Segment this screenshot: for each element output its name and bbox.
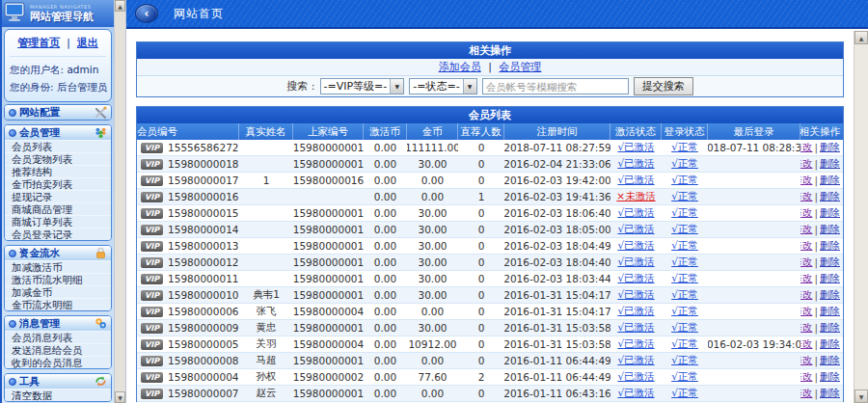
section-header[interactable]: 资金流水 <box>5 246 111 260</box>
sidebar-item[interactable]: 会员宠物列表 <box>5 152 111 165</box>
delete-link[interactable]: 删除 <box>820 288 840 302</box>
sidebar-item[interactable]: 提现记录 <box>5 190 111 202</box>
sidebar-item[interactable]: 会员消息列表 <box>5 331 111 343</box>
login-status-link[interactable]: √正常 <box>671 157 698 171</box>
scroll-down-icon[interactable]: ▼ <box>854 390 868 403</box>
edit-link[interactable]: 修改 <box>800 305 812 318</box>
login-status-link[interactable]: √正常 <box>671 272 698 285</box>
login-status-link[interactable]: √正常 <box>671 354 698 367</box>
sidebar-item[interactable]: 清空数据 <box>5 389 111 401</box>
delete-link[interactable]: 删除 <box>820 272 840 285</box>
login-status-link[interactable]: √正常 <box>671 288 698 302</box>
admin-home-link[interactable]: 管理首页 <box>17 37 60 49</box>
activation-status-link[interactable]: √已激活 <box>617 255 654 269</box>
submit-search-button[interactable]: 提交搜索 <box>634 77 693 95</box>
activation-status-link[interactable]: √已激活 <box>617 206 654 220</box>
activation-status-link[interactable]: √已激活 <box>617 305 654 318</box>
activation-status-link[interactable]: √已激活 <box>617 239 654 253</box>
status-select[interactable]: -=状态=- ▼ <box>409 78 476 94</box>
login-status-link[interactable]: √正常 <box>671 370 698 384</box>
activation-status-link[interactable]: √已激活 <box>617 272 654 285</box>
section-header[interactable]: 会员管理 <box>5 125 111 140</box>
delete-link[interactable]: 删除 <box>820 321 840 335</box>
edit-link[interactable]: 修改 <box>800 272 812 285</box>
sidebar-scrollbar[interactable]: ▲ ▼ <box>114 0 126 403</box>
edit-link[interactable]: 修改 <box>800 288 812 302</box>
activation-status-link[interactable]: √已激活 <box>617 288 654 302</box>
edit-link[interactable]: 修改 <box>800 157 812 171</box>
activation-status-link[interactable]: √已激活 <box>617 157 654 171</box>
sidebar-item[interactable]: 商城订单列表 <box>5 215 111 228</box>
sidebar-item[interactable]: 金币流水明细 <box>5 298 111 310</box>
activation-status-link[interactable]: √已激活 <box>617 337 654 351</box>
delete-link[interactable]: 删除 <box>820 354 840 367</box>
activation-status-link[interactable]: √已激活 <box>617 174 654 187</box>
scroll-down-icon[interactable]: ▼ <box>115 391 125 403</box>
login-status-link[interactable]: √正常 <box>671 190 698 203</box>
login-status-link[interactable]: √正常 <box>671 255 698 269</box>
edit-link[interactable]: 修改 <box>800 190 812 203</box>
login-status-link[interactable]: √正常 <box>671 174 698 187</box>
edit-link[interactable]: 修改 <box>800 321 812 335</box>
sidebar-item[interactable]: 金币拍卖列表 <box>5 177 111 190</box>
edit-link[interactable]: 修改 <box>800 206 812 220</box>
activation-status-link[interactable]: √已激活 <box>617 141 654 154</box>
activation-status-link[interactable]: √已激活 <box>617 223 654 236</box>
login-status-link[interactable]: √正常 <box>671 337 698 351</box>
main-scrollbar[interactable]: ▲ ▼ <box>854 31 868 403</box>
sidebar-item[interactable]: 会员登录记录 <box>5 228 111 240</box>
delete-link[interactable]: 删除 <box>820 387 840 400</box>
delete-link[interactable]: 删除 <box>820 190 840 203</box>
delete-link[interactable]: 删除 <box>820 239 840 253</box>
delete-link[interactable]: 删除 <box>820 337 840 351</box>
login-status-link[interactable]: √正常 <box>671 223 698 236</box>
sidebar-item[interactable]: 商城商品管理 <box>5 202 111 215</box>
activation-status-link[interactable]: √已激活 <box>617 321 654 335</box>
section-header[interactable]: 工具 <box>5 374 111 389</box>
sidebar-item[interactable]: 会员列表 <box>5 140 111 152</box>
sidebar-item[interactable]: 发送消息给会员 <box>5 343 111 356</box>
edit-link[interactable]: 修改 <box>800 354 812 367</box>
scroll-up-icon[interactable]: ▲ <box>115 0 125 12</box>
delete-link[interactable]: 删除 <box>820 370 840 384</box>
add-member-link[interactable]: 添加会员 <box>439 61 481 73</box>
delete-link[interactable]: 删除 <box>820 206 840 220</box>
section-header[interactable]: 消息管理 <box>5 316 111 331</box>
back-button[interactable]: ‹ <box>135 4 158 23</box>
login-status-link[interactable]: √正常 <box>671 305 698 318</box>
login-status-link[interactable]: √正常 <box>671 387 698 400</box>
delete-link[interactable]: 删除 <box>820 157 840 171</box>
login-status-link[interactable]: √正常 <box>671 321 698 335</box>
edit-link[interactable]: 修改 <box>800 141 812 154</box>
login-status-link[interactable]: √正常 <box>671 141 698 154</box>
edit-link[interactable]: 修改 <box>800 370 812 384</box>
edit-link[interactable]: 修改 <box>800 223 812 236</box>
activation-status-link[interactable]: √已激活 <box>617 354 654 367</box>
edit-link[interactable]: 修改 <box>800 239 812 253</box>
sidebar-item[interactable]: 加减金币 <box>5 285 111 298</box>
sidebar-item[interactable]: 加减激活币 <box>5 260 111 273</box>
vip-level-select[interactable]: -=VIP等级=- ▼ <box>320 78 405 94</box>
login-status-link[interactable]: √正常 <box>671 239 698 253</box>
edit-link[interactable]: 修改 <box>800 255 812 269</box>
edit-link[interactable]: 修改 <box>800 387 812 400</box>
activation-status-link[interactable]: ×未激活 <box>616 190 655 203</box>
delete-link[interactable]: 删除 <box>820 141 840 154</box>
search-input[interactable] <box>482 78 629 94</box>
sidebar-item[interactable]: 激活币流水明细 <box>5 273 111 285</box>
section-header[interactable]: 网站配置 <box>5 105 111 120</box>
logout-link[interactable]: 退出 <box>77 37 98 49</box>
activation-status-link[interactable]: √已激活 <box>617 370 654 384</box>
edit-link[interactable]: 修改 <box>800 337 812 351</box>
delete-link[interactable]: 删除 <box>820 305 840 318</box>
sidebar-item[interactable]: 收到的会员消息 <box>5 356 111 368</box>
login-status-link[interactable]: √正常 <box>671 206 698 220</box>
sidebar-item[interactable]: 推荐结构 <box>5 165 111 177</box>
scroll-up-icon[interactable]: ▲ <box>854 31 868 44</box>
edit-link[interactable]: 修改 <box>800 174 812 187</box>
delete-link[interactable]: 删除 <box>820 255 840 269</box>
activation-status-link[interactable]: √已激活 <box>617 387 654 400</box>
member-manage-link[interactable]: 会员管理 <box>499 61 541 73</box>
delete-link[interactable]: 删除 <box>820 223 840 236</box>
delete-link[interactable]: 删除 <box>820 174 840 187</box>
